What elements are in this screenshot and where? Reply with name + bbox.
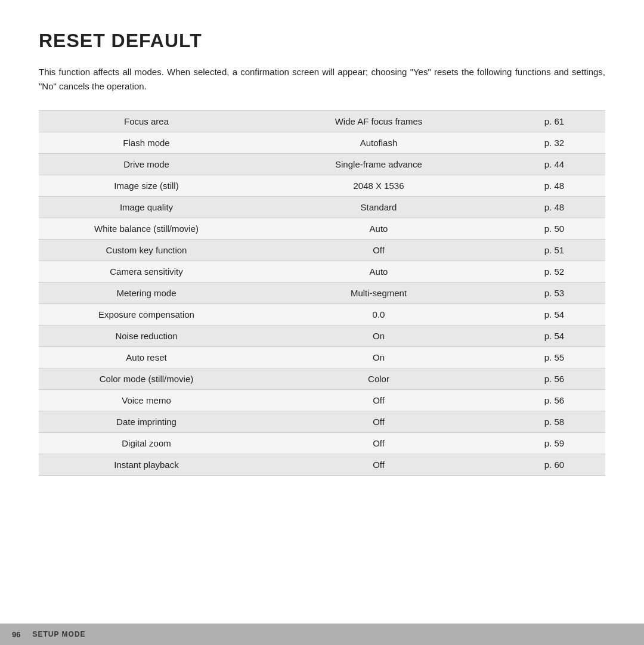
table-cell-page: p. 32 — [503, 132, 605, 154]
table-row: Flash modeAutoflashp. 32 — [39, 132, 605, 154]
table-cell-function: White balance (still/movie) — [39, 218, 254, 240]
table-cell-function: Custom key function — [39, 240, 254, 261]
table-cell-function: Voice memo — [39, 390, 254, 411]
table-cell-function: Image size (still) — [39, 175, 254, 197]
table-row: Auto resetOnp. 55 — [39, 347, 605, 368]
table-cell-page: p. 56 — [503, 368, 605, 390]
table-cell-page: p. 48 — [503, 175, 605, 197]
table-cell-function: Date imprinting — [39, 411, 254, 433]
table-cell-value: Wide AF focus frames — [254, 111, 503, 132]
table-cell-value: On — [254, 347, 503, 368]
table-row: Image size (still)2048 X 1536p. 48 — [39, 175, 605, 197]
table-cell-page: p. 56 — [503, 390, 605, 411]
table-cell-value: Auto — [254, 218, 503, 240]
table-row: Image qualityStandardp. 48 — [39, 197, 605, 218]
description: This function affects all modes. When se… — [39, 65, 605, 94]
table-cell-page: p. 55 — [503, 347, 605, 368]
table-cell-function: Digital zoom — [39, 433, 254, 454]
table-cell-value: Standard — [254, 197, 503, 218]
table-cell-value: 0.0 — [254, 304, 503, 325]
page-content: RESET DEFAULT This function affects all … — [0, 0, 644, 624]
table-cell-value: 2048 X 1536 — [254, 175, 503, 197]
table-cell-value: Off — [254, 454, 503, 476]
table-cell-page: p. 51 — [503, 240, 605, 261]
table-row: Date imprintingOffp. 58 — [39, 411, 605, 433]
settings-table: Focus areaWide AF focus framesp. 61Flash… — [39, 110, 605, 476]
table-cell-value: Multi-segment — [254, 283, 503, 304]
table-cell-page: p. 58 — [503, 411, 605, 433]
table-cell-function: Metering mode — [39, 283, 254, 304]
table-row: Metering modeMulti-segmentp. 53 — [39, 283, 605, 304]
table-row: Exposure compensation0.0p. 54 — [39, 304, 605, 325]
table-row: Drive modeSingle-frame advancep. 44 — [39, 154, 605, 175]
table-row: Color mode (still/movie)Colorp. 56 — [39, 368, 605, 390]
table-cell-value: Color — [254, 368, 503, 390]
table-cell-value: Off — [254, 411, 503, 433]
table-cell-function: Flash mode — [39, 132, 254, 154]
table-row: Camera sensitivityAutop. 52 — [39, 261, 605, 283]
footer-bar: 96 Setup mode — [0, 624, 644, 645]
table-cell-page: p. 53 — [503, 283, 605, 304]
table-cell-value: Off — [254, 433, 503, 454]
table-cell-function: Image quality — [39, 197, 254, 218]
table-row: Focus areaWide AF focus framesp. 61 — [39, 111, 605, 132]
table-cell-page: p. 60 — [503, 454, 605, 476]
table-row: White balance (still/movie)Autop. 50 — [39, 218, 605, 240]
table-cell-value: Off — [254, 240, 503, 261]
table-cell-function: Drive mode — [39, 154, 254, 175]
table-cell-page: p. 54 — [503, 325, 605, 347]
table-cell-value: Autoflash — [254, 132, 503, 154]
table-cell-function: Instant playback — [39, 454, 254, 476]
table-cell-function: Color mode (still/movie) — [39, 368, 254, 390]
table-row: Custom key functionOffp. 51 — [39, 240, 605, 261]
table-row: Digital zoomOffp. 59 — [39, 433, 605, 454]
table-row: Noise reductionOnp. 54 — [39, 325, 605, 347]
table-cell-function: Exposure compensation — [39, 304, 254, 325]
table-cell-page: p. 54 — [503, 304, 605, 325]
table-row: Voice memoOffp. 56 — [39, 390, 605, 411]
table-cell-page: p. 61 — [503, 111, 605, 132]
table-cell-page: p. 48 — [503, 197, 605, 218]
page-title: RESET DEFAULT — [39, 30, 605, 52]
table-cell-value: Auto — [254, 261, 503, 283]
table-cell-value: Off — [254, 390, 503, 411]
footer-page-number: 96 — [12, 630, 20, 639]
footer-label: Setup mode — [32, 630, 85, 638]
table-cell-page: p. 59 — [503, 433, 605, 454]
table-row: Instant playbackOffp. 60 — [39, 454, 605, 476]
table-cell-function: Focus area — [39, 111, 254, 132]
table-cell-page: p. 50 — [503, 218, 605, 240]
table-cell-function: Auto reset — [39, 347, 254, 368]
table-cell-value: Single-frame advance — [254, 154, 503, 175]
table-cell-page: p. 44 — [503, 154, 605, 175]
table-cell-page: p. 52 — [503, 261, 605, 283]
table-cell-function: Noise reduction — [39, 325, 254, 347]
table-cell-function: Camera sensitivity — [39, 261, 254, 283]
table-cell-value: On — [254, 325, 503, 347]
